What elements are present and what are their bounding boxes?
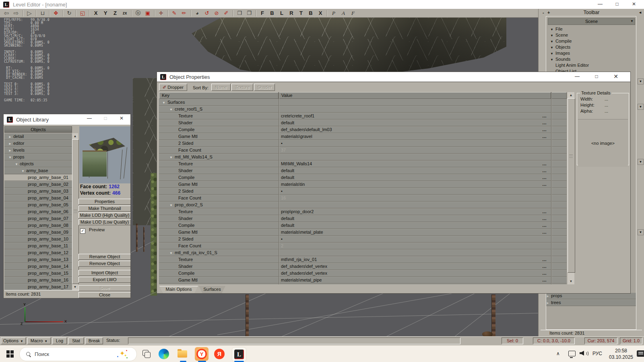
- expanded-arrow-icon[interactable]: ▼: [550, 45, 555, 51]
- expanded-arrow-icon[interactable]: ▼: [8, 154, 13, 160]
- make-lod-high-button[interactable]: Make LOD (High Quality): [78, 212, 131, 218]
- tree-item-levels[interactable]: ►levels: [4, 147, 72, 154]
- property-row[interactable]: Face Count37: [159, 147, 567, 154]
- tree-item-prop_army_base_06[interactable]: prop_army_base_06: [4, 208, 72, 215]
- property-value[interactable]: default: [281, 174, 530, 181]
- scrollbar-thumb[interactable]: [72, 139, 79, 284]
- preview-checkbox[interactable]: ✓ Preview: [80, 227, 105, 233]
- property-value[interactable]: def_shaders\def_vertex: [281, 270, 530, 277]
- stat-button[interactable]: Stat: [68, 337, 84, 344]
- sort-shader-button[interactable]: Shader: [254, 84, 275, 91]
- toolbar-icon-view-bottom[interactable]: B: [307, 10, 314, 17]
- property-value[interactable]: materials\metal_pipe: [281, 277, 530, 284]
- collapsed-arrow-icon[interactable]: ►: [8, 147, 13, 154]
- expanded-arrow-icon[interactable]: ▼: [550, 57, 555, 63]
- export-lwo-button[interactable]: Export LWO: [78, 277, 131, 283]
- scroll-up-icon[interactable]: ▲: [72, 133, 78, 139]
- expanded-arrow-icon[interactable]: ▼: [162, 99, 167, 106]
- expanded-arrow-icon[interactable]: ▼: [21, 168, 26, 174]
- toolbar-icon-flag-p[interactable]: P: [330, 10, 337, 17]
- browse-button[interactable]: …: [541, 263, 549, 270]
- expanded-arrow-icon[interactable]: ▼: [15, 161, 20, 167]
- toolbar-icon-view-left[interactable]: L: [278, 10, 285, 17]
- rename-object-button[interactable]: Rename Object: [78, 254, 131, 260]
- tree-item-prop_army_base_01[interactable]: prop_army_base_01: [4, 174, 72, 181]
- browse-button[interactable]: …: [541, 229, 549, 236]
- tree-item-prop_army_base_11[interactable]: prop_army_base_11: [4, 243, 72, 249]
- panel-section-scene[interactable]: ▼Scene: [546, 32, 636, 38]
- property-value[interactable]: materials\tin: [281, 181, 530, 188]
- file-explorer-icon[interactable]: [176, 348, 188, 360]
- scene-building-mesh[interactable]: [182, 18, 506, 78]
- property-row[interactable]: ▼crete_roof1_S: [159, 106, 567, 113]
- tree-item-prop_army_base_15[interactable]: prop_army_base_15: [4, 270, 72, 277]
- panel-section-compile[interactable]: ▼Compile: [546, 38, 636, 44]
- chevron-down-icon[interactable]: ▼: [638, 229, 644, 235]
- property-row[interactable]: Game Mtlmaterials\tin…: [159, 181, 567, 188]
- dropper-button[interactable]: ✐ Dropper: [159, 84, 187, 91]
- panel-section-images[interactable]: ▼Images: [546, 50, 636, 56]
- expanded-arrow-icon[interactable]: ▼: [550, 39, 555, 45]
- browse-button[interactable]: …: [541, 277, 549, 284]
- property-row[interactable]: Textureprop\prop_door2…: [159, 208, 567, 215]
- toolbar-icon-cube-wire[interactable]: ❐: [246, 10, 253, 17]
- browse-button[interactable]: …: [541, 222, 549, 229]
- collapsed-arrow-icon[interactable]: ►: [546, 300, 551, 306]
- scroll-down-icon[interactable]: ▼: [568, 278, 574, 284]
- property-row[interactable]: 2 Sided•: [159, 284, 567, 284]
- property-value[interactable]: 2: [281, 243, 530, 249]
- toolbar-icon-view-back[interactable]: B: [268, 10, 276, 17]
- property-row[interactable]: Compiledefault…: [159, 174, 567, 181]
- tree-item-props[interactable]: ▼props: [4, 154, 72, 160]
- property-row[interactable]: Shaderdefault…: [159, 215, 567, 222]
- property-row[interactable]: Game Mtlmaterials\metal_pipe…: [159, 277, 567, 284]
- toolbar-icon-view-axis-x[interactable]: X: [317, 10, 324, 17]
- property-row[interactable]: Texturecrete\crete_roof1…: [159, 113, 567, 119]
- expanded-arrow-icon[interactable]: ▼: [550, 51, 555, 57]
- tree-item-prop_army_base_08[interactable]: prop_army_base_08: [4, 222, 72, 229]
- toolbar-icon-paint-secondary[interactable]: ✐: [223, 10, 230, 17]
- scene-selector[interactable]: Scene ▼: [548, 18, 635, 25]
- property-row[interactable]: Shaderdef_shaders\def_vertex…: [159, 263, 567, 270]
- toolbar-icon-snap-pin[interactable]: ✛: [157, 10, 165, 17]
- tree-item-army_base[interactable]: ▼army_base: [4, 167, 72, 174]
- property-row[interactable]: Shaderdefault…: [159, 119, 567, 126]
- property-value[interactable]: materials\gravel: [281, 133, 530, 140]
- expanded-arrow-icon[interactable]: ▼: [550, 27, 555, 33]
- tree-item-objects[interactable]: ▼objects: [4, 160, 72, 167]
- property-row[interactable]: Face Count16: [159, 195, 567, 202]
- make-lod-low-button[interactable]: Make LOD (Low Quality): [78, 219, 131, 225]
- level-editor-taskbar-icon[interactable]: L: [232, 347, 246, 362]
- options-menu-button[interactable]: Options▼: [1, 337, 26, 344]
- checkbox-check-icon[interactable]: ✓: [80, 228, 85, 234]
- property-value[interactable]: •: [281, 284, 530, 284]
- column-header-value[interactable]: Value: [279, 92, 551, 99]
- column-divider[interactable]: [551, 92, 551, 284]
- tree-item-prop_army_base_03[interactable]: prop_army_base_03: [4, 188, 72, 195]
- minimize-button[interactable]: —: [81, 114, 97, 123]
- browse-button[interactable]: …: [541, 215, 549, 222]
- expanded-arrow-icon[interactable]: ▼: [169, 202, 175, 209]
- tree-item-prop_army_base_16[interactable]: prop_army_base_16: [4, 277, 72, 284]
- tree-item-prop_army_base_02[interactable]: prop_army_base_02: [4, 181, 72, 188]
- property-row[interactable]: ▼mtl_mtl_rja_iov_01_S: [159, 249, 567, 256]
- maximize-button[interactable]: □: [609, 0, 625, 9]
- toolbar-icon-bounding-box[interactable]: ▣: [144, 10, 151, 17]
- notification-center-icon[interactable]: [637, 350, 644, 357]
- speaker-icon[interactable]: [580, 350, 588, 356]
- browse-button[interactable]: …: [541, 174, 549, 181]
- taskbar-search[interactable]: Поиск ✦✦: [19, 347, 137, 361]
- edge-icon[interactable]: [158, 348, 170, 360]
- column-divider[interactable]: [279, 92, 279, 284]
- column-header-key[interactable]: Key: [159, 92, 279, 99]
- browse-button[interactable]: …: [541, 208, 549, 215]
- tree-item-editor[interactable]: ►editor: [4, 140, 72, 147]
- toolbar-icon-axis-z[interactable]: Z: [111, 10, 119, 17]
- toolbar-icon-flag-f[interactable]: F: [349, 10, 357, 17]
- browse-button[interactable]: …: [541, 133, 549, 140]
- toolbar-icon-back[interactable]: ⇦: [3, 10, 10, 17]
- property-value[interactable]: 16: [281, 195, 530, 202]
- toolbar-icon-handle[interactable]: Ⓗ: [134, 10, 142, 17]
- property-row[interactable]: Game Mtlmaterials\gravel…: [159, 133, 567, 140]
- remove-object-button[interactable]: Remove Object: [78, 261, 131, 267]
